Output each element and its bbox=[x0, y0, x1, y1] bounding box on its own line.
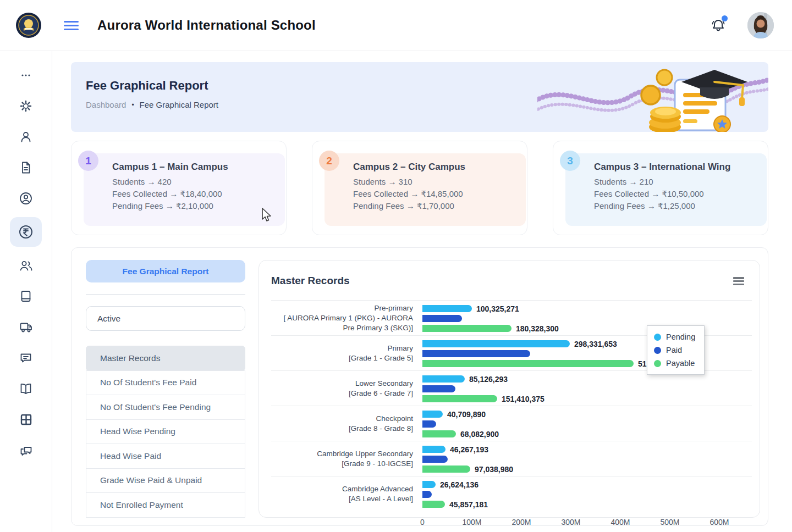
main-content: Fee Graphical Report Dashboard • Fee Gra… bbox=[52, 51, 792, 532]
notifications-button[interactable] bbox=[710, 17, 727, 34]
user-avatar[interactable] bbox=[747, 12, 774, 38]
chart-x-axis: Total 0100M200M300M400M500M600M bbox=[422, 511, 729, 532]
breadcrumb-home[interactable]: Dashboard bbox=[86, 100, 126, 109]
sidebar-item-student[interactable] bbox=[10, 125, 42, 149]
payable-bar bbox=[422, 430, 456, 437]
legend-item-pending[interactable]: Pending bbox=[654, 330, 695, 343]
legend-dot bbox=[654, 334, 661, 341]
x-axis-tick: 400M bbox=[610, 518, 630, 527]
legend-dot bbox=[654, 347, 661, 354]
sidebar-item-library[interactable] bbox=[10, 376, 42, 401]
fees-illustration bbox=[537, 62, 768, 132]
sidebar-item-profile[interactable] bbox=[10, 186, 42, 210]
campus-pending-fees: Pending Fees → ₹2,10,000 bbox=[112, 200, 277, 212]
school-logo-icon bbox=[15, 12, 42, 38]
payable-bar bbox=[422, 501, 445, 508]
x-axis-tick: 500M bbox=[660, 518, 679, 527]
x-axis-tick: 100M bbox=[462, 518, 481, 527]
chart-legend: PendingPaidPayable bbox=[647, 325, 705, 375]
menu-toggle-button[interactable] bbox=[64, 19, 79, 32]
bar-value-label: 26,624,136 bbox=[440, 480, 479, 489]
master-records-chart-card: Master Records Pre-primary[ AURORA Prima… bbox=[258, 260, 760, 518]
menu-divider bbox=[86, 294, 245, 295]
journal-icon bbox=[19, 289, 33, 303]
bar-value-label: 151,410,375 bbox=[502, 395, 544, 403]
chat-duo-icon bbox=[19, 443, 34, 458]
pending-bar bbox=[422, 481, 436, 488]
campus-card-2: 2 Campus 2 – City Campus Students → 310 … bbox=[312, 141, 527, 235]
top-bar: Aurora World International School bbox=[0, 0, 792, 51]
menu-item-head-wise-paid[interactable]: Head Wise Paid bbox=[86, 444, 245, 469]
bar-value-label: 100,325,271 bbox=[476, 304, 519, 313]
sidebar-item-more[interactable] bbox=[10, 63, 42, 87]
x-axis-tick: 300M bbox=[561, 518, 580, 527]
document-icon bbox=[19, 160, 33, 175]
campus-number-badge: 1 bbox=[78, 151, 98, 171]
menu-item-not-enrolled-payment[interactable]: Not Enrolled Payment bbox=[86, 492, 245, 518]
category-label: Checkpoint[Grade 8 - Grade 8] bbox=[271, 414, 422, 434]
bar-value-label: 45,857,181 bbox=[449, 500, 488, 509]
ellipsis-icon bbox=[19, 69, 32, 82]
paid-bar bbox=[422, 420, 436, 428]
bus-icon bbox=[19, 320, 34, 335]
user-icon bbox=[19, 130, 33, 144]
user-circle-icon bbox=[19, 191, 33, 206]
rupee-fees-icon bbox=[18, 224, 34, 240]
sidebar-item-timetable[interactable] bbox=[10, 407, 42, 431]
fee-graphical-report-button[interactable]: Fee Graphical Report bbox=[86, 260, 245, 282]
payable-bar bbox=[422, 360, 634, 367]
book-open-icon bbox=[19, 381, 33, 396]
menu-item-master-records[interactable]: Master Records bbox=[86, 346, 245, 371]
chart-row: Cambridge Upper Secondary[Grade 9 - 10-I… bbox=[271, 441, 752, 476]
campus-card-1: 1 Campus 1 – Main Campus Students → 420 … bbox=[71, 141, 287, 235]
pending-bar bbox=[422, 375, 465, 383]
chart-menu-icon[interactable] bbox=[733, 275, 744, 286]
chart-row: Cambridge Advanced[AS Level - A Level]26… bbox=[271, 476, 752, 511]
bar-value-label: 68,082,900 bbox=[460, 430, 499, 439]
campus-summary-row: 1 Campus 1 – Main Campus Students → 420 … bbox=[71, 141, 768, 235]
category-label: Primary[Grade 1 - Grade 5] bbox=[271, 343, 422, 363]
payable-bar bbox=[422, 465, 470, 473]
pending-bar bbox=[422, 446, 446, 453]
menu-item-no-of-student-s-fee-paid[interactable]: No Of Student's Fee Paid bbox=[86, 370, 245, 396]
sidebar-item-fees[interactable] bbox=[10, 217, 42, 247]
menu-item-head-wise-pending[interactable]: Head Wise Pending bbox=[86, 419, 245, 445]
sidebar-item-documents[interactable] bbox=[10, 156, 42, 180]
sidebar-item-enquiry[interactable] bbox=[10, 438, 42, 462]
sidebar-item-staff[interactable] bbox=[10, 253, 42, 278]
campus-students: Students → 310 bbox=[353, 176, 518, 188]
paid-bar bbox=[422, 385, 455, 392]
sidebar-item-settings[interactable] bbox=[10, 94, 42, 118]
sidebar-item-transport[interactable] bbox=[10, 315, 42, 339]
chart-row: Checkpoint[Grade 8 - Grade 8]40,709,8906… bbox=[271, 406, 752, 441]
sidebar-item-journal[interactable] bbox=[10, 284, 42, 308]
legend-item-paid[interactable]: Paid bbox=[654, 343, 695, 357]
sidebar-item-messages[interactable] bbox=[10, 346, 42, 370]
paid-bar bbox=[422, 350, 530, 357]
page-header-banner: Fee Graphical Report Dashboard • Fee Gra… bbox=[71, 62, 768, 132]
campus-number-badge: 2 bbox=[319, 151, 339, 171]
paid-bar bbox=[422, 456, 448, 463]
bar-value-label: 40,709,890 bbox=[447, 410, 486, 419]
pending-bar bbox=[422, 340, 570, 347]
campus-number-badge: 3 bbox=[560, 151, 580, 171]
campus-title: Campus 3 – International Wing bbox=[594, 162, 759, 173]
x-axis-tick: 0 bbox=[420, 518, 425, 527]
campus-students: Students → 210 bbox=[594, 176, 759, 188]
campus-title: Campus 1 – Main Campus bbox=[112, 162, 277, 173]
status-filter-select[interactable]: Active bbox=[86, 306, 245, 331]
campus-pending-fees: Pending Fees → ₹1,70,000 bbox=[353, 200, 518, 212]
report-menu-column: Fee Graphical Report Active Master Recor… bbox=[86, 260, 245, 518]
bar-value-label: 46,267,193 bbox=[450, 445, 488, 454]
menu-item-grade-wise-paid-unpaid[interactable]: Grade Wise Paid & Unpaid bbox=[86, 468, 245, 494]
category-label: Cambridge Upper Secondary[Grade 9 - 10-I… bbox=[271, 449, 422, 469]
legend-item-payable[interactable]: Payable bbox=[654, 357, 695, 370]
campus-card-3: 3 Campus 3 – International Wing Students… bbox=[553, 141, 768, 235]
category-label: Lower Secondary[Grade 6 - Grade 7] bbox=[271, 379, 422, 398]
bar-chart-plot: Pre-primary[ AURORA Primary 1 (PKG) - AU… bbox=[271, 300, 752, 532]
category-label: Cambridge Advanced[AS Level - A Level] bbox=[271, 484, 422, 504]
payable-bar bbox=[422, 325, 512, 332]
campus-fees-collected: Fees Collected → ₹10,50,000 bbox=[594, 188, 759, 200]
legend-dot bbox=[654, 360, 661, 367]
menu-item-no-of-student-s-fee-pending[interactable]: No Of Student's Fee Pending bbox=[86, 395, 245, 420]
